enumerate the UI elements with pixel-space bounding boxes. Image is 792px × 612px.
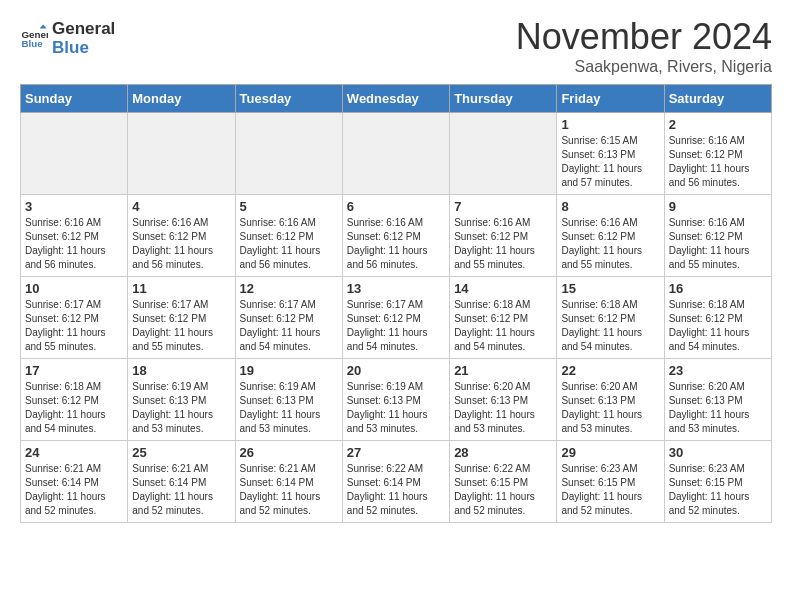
day-number: 6 <box>347 199 445 214</box>
calendar-cell: 14Sunrise: 6:18 AM Sunset: 6:12 PM Dayli… <box>450 277 557 359</box>
calendar-cell: 12Sunrise: 6:17 AM Sunset: 6:12 PM Dayli… <box>235 277 342 359</box>
day-header-saturday: Saturday <box>664 85 771 113</box>
day-number: 25 <box>132 445 230 460</box>
calendar-row: 1Sunrise: 6:15 AM Sunset: 6:13 PM Daylig… <box>21 113 772 195</box>
day-number: 26 <box>240 445 338 460</box>
cell-info: Sunrise: 6:19 AM Sunset: 6:13 PM Dayligh… <box>240 380 338 436</box>
day-number: 3 <box>25 199 123 214</box>
cell-info: Sunrise: 6:16 AM Sunset: 6:12 PM Dayligh… <box>561 216 659 272</box>
cell-info: Sunrise: 6:18 AM Sunset: 6:12 PM Dayligh… <box>561 298 659 354</box>
svg-text:Blue: Blue <box>21 37 43 48</box>
cell-info: Sunrise: 6:17 AM Sunset: 6:12 PM Dayligh… <box>347 298 445 354</box>
calendar-cell: 29Sunrise: 6:23 AM Sunset: 6:15 PM Dayli… <box>557 441 664 523</box>
calendar-cell: 28Sunrise: 6:22 AM Sunset: 6:15 PM Dayli… <box>450 441 557 523</box>
cell-info: Sunrise: 6:15 AM Sunset: 6:13 PM Dayligh… <box>561 134 659 190</box>
day-number: 30 <box>669 445 767 460</box>
calendar-cell: 27Sunrise: 6:22 AM Sunset: 6:14 PM Dayli… <box>342 441 449 523</box>
calendar-cell: 6Sunrise: 6:16 AM Sunset: 6:12 PM Daylig… <box>342 195 449 277</box>
calendar-cell: 2Sunrise: 6:16 AM Sunset: 6:12 PM Daylig… <box>664 113 771 195</box>
calendar-cell: 9Sunrise: 6:16 AM Sunset: 6:12 PM Daylig… <box>664 195 771 277</box>
day-header-friday: Friday <box>557 85 664 113</box>
calendar-container: General Blue General Blue November 2024 … <box>0 0 792 539</box>
day-number: 18 <box>132 363 230 378</box>
calendar-cell: 4Sunrise: 6:16 AM Sunset: 6:12 PM Daylig… <box>128 195 235 277</box>
cell-info: Sunrise: 6:20 AM Sunset: 6:13 PM Dayligh… <box>669 380 767 436</box>
day-header-tuesday: Tuesday <box>235 85 342 113</box>
day-number: 4 <box>132 199 230 214</box>
calendar-cell: 26Sunrise: 6:21 AM Sunset: 6:14 PM Dayli… <box>235 441 342 523</box>
calendar-cell <box>450 113 557 195</box>
calendar-row: 17Sunrise: 6:18 AM Sunset: 6:12 PM Dayli… <box>21 359 772 441</box>
day-number: 8 <box>561 199 659 214</box>
day-number: 7 <box>454 199 552 214</box>
day-header-thursday: Thursday <box>450 85 557 113</box>
calendar-subtitle: Saakpenwa, Rivers, Nigeria <box>516 58 772 76</box>
day-number: 23 <box>669 363 767 378</box>
cell-info: Sunrise: 6:18 AM Sunset: 6:12 PM Dayligh… <box>669 298 767 354</box>
day-number: 11 <box>132 281 230 296</box>
cell-info: Sunrise: 6:18 AM Sunset: 6:12 PM Dayligh… <box>454 298 552 354</box>
calendar-cell: 1Sunrise: 6:15 AM Sunset: 6:13 PM Daylig… <box>557 113 664 195</box>
calendar-cell: 24Sunrise: 6:21 AM Sunset: 6:14 PM Dayli… <box>21 441 128 523</box>
cell-info: Sunrise: 6:20 AM Sunset: 6:13 PM Dayligh… <box>454 380 552 436</box>
calendar-cell <box>21 113 128 195</box>
day-number: 14 <box>454 281 552 296</box>
calendar-cell: 10Sunrise: 6:17 AM Sunset: 6:12 PM Dayli… <box>21 277 128 359</box>
day-number: 21 <box>454 363 552 378</box>
cell-info: Sunrise: 6:23 AM Sunset: 6:15 PM Dayligh… <box>561 462 659 518</box>
cell-info: Sunrise: 6:16 AM Sunset: 6:12 PM Dayligh… <box>669 216 767 272</box>
cell-info: Sunrise: 6:19 AM Sunset: 6:13 PM Dayligh… <box>132 380 230 436</box>
calendar-cell: 7Sunrise: 6:16 AM Sunset: 6:12 PM Daylig… <box>450 195 557 277</box>
calendar-cell: 16Sunrise: 6:18 AM Sunset: 6:12 PM Dayli… <box>664 277 771 359</box>
calendar-cell: 5Sunrise: 6:16 AM Sunset: 6:12 PM Daylig… <box>235 195 342 277</box>
cell-info: Sunrise: 6:22 AM Sunset: 6:15 PM Dayligh… <box>454 462 552 518</box>
day-number: 2 <box>669 117 767 132</box>
day-number: 1 <box>561 117 659 132</box>
cell-info: Sunrise: 6:19 AM Sunset: 6:13 PM Dayligh… <box>347 380 445 436</box>
day-number: 5 <box>240 199 338 214</box>
day-header-sunday: Sunday <box>21 85 128 113</box>
calendar-cell <box>342 113 449 195</box>
calendar-cell: 21Sunrise: 6:20 AM Sunset: 6:13 PM Dayli… <box>450 359 557 441</box>
logo: General Blue General Blue <box>20 16 115 57</box>
cell-info: Sunrise: 6:21 AM Sunset: 6:14 PM Dayligh… <box>240 462 338 518</box>
cell-info: Sunrise: 6:16 AM Sunset: 6:12 PM Dayligh… <box>454 216 552 272</box>
calendar-row: 10Sunrise: 6:17 AM Sunset: 6:12 PM Dayli… <box>21 277 772 359</box>
cell-info: Sunrise: 6:16 AM Sunset: 6:12 PM Dayligh… <box>240 216 338 272</box>
cell-info: Sunrise: 6:17 AM Sunset: 6:12 PM Dayligh… <box>132 298 230 354</box>
day-number: 29 <box>561 445 659 460</box>
svg-marker-1 <box>40 24 47 28</box>
day-number: 19 <box>240 363 338 378</box>
calendar-cell: 30Sunrise: 6:23 AM Sunset: 6:15 PM Dayli… <box>664 441 771 523</box>
calendar-cell <box>128 113 235 195</box>
day-header-monday: Monday <box>128 85 235 113</box>
cell-info: Sunrise: 6:17 AM Sunset: 6:12 PM Dayligh… <box>25 298 123 354</box>
header-row: SundayMondayTuesdayWednesdayThursdayFrid… <box>21 85 772 113</box>
logo-line1: General <box>52 20 115 39</box>
calendar-cell: 11Sunrise: 6:17 AM Sunset: 6:12 PM Dayli… <box>128 277 235 359</box>
calendar-cell: 8Sunrise: 6:16 AM Sunset: 6:12 PM Daylig… <box>557 195 664 277</box>
logo-icon: General Blue <box>20 23 48 51</box>
cell-info: Sunrise: 6:23 AM Sunset: 6:15 PM Dayligh… <box>669 462 767 518</box>
cell-info: Sunrise: 6:20 AM Sunset: 6:13 PM Dayligh… <box>561 380 659 436</box>
cell-info: Sunrise: 6:16 AM Sunset: 6:12 PM Dayligh… <box>25 216 123 272</box>
cell-info: Sunrise: 6:17 AM Sunset: 6:12 PM Dayligh… <box>240 298 338 354</box>
cell-info: Sunrise: 6:21 AM Sunset: 6:14 PM Dayligh… <box>25 462 123 518</box>
day-number: 13 <box>347 281 445 296</box>
calendar-row: 24Sunrise: 6:21 AM Sunset: 6:14 PM Dayli… <box>21 441 772 523</box>
day-number: 28 <box>454 445 552 460</box>
header: General Blue General Blue November 2024 … <box>20 16 772 76</box>
day-number: 9 <box>669 199 767 214</box>
day-number: 17 <box>25 363 123 378</box>
day-number: 24 <box>25 445 123 460</box>
cell-info: Sunrise: 6:16 AM Sunset: 6:12 PM Dayligh… <box>347 216 445 272</box>
calendar-title: November 2024 <box>516 16 772 58</box>
cell-info: Sunrise: 6:16 AM Sunset: 6:12 PM Dayligh… <box>132 216 230 272</box>
calendar-cell: 13Sunrise: 6:17 AM Sunset: 6:12 PM Dayli… <box>342 277 449 359</box>
calendar-cell: 18Sunrise: 6:19 AM Sunset: 6:13 PM Dayli… <box>128 359 235 441</box>
calendar-cell: 3Sunrise: 6:16 AM Sunset: 6:12 PM Daylig… <box>21 195 128 277</box>
day-number: 27 <box>347 445 445 460</box>
day-number: 16 <box>669 281 767 296</box>
day-header-wednesday: Wednesday <box>342 85 449 113</box>
calendar-cell: 20Sunrise: 6:19 AM Sunset: 6:13 PM Dayli… <box>342 359 449 441</box>
